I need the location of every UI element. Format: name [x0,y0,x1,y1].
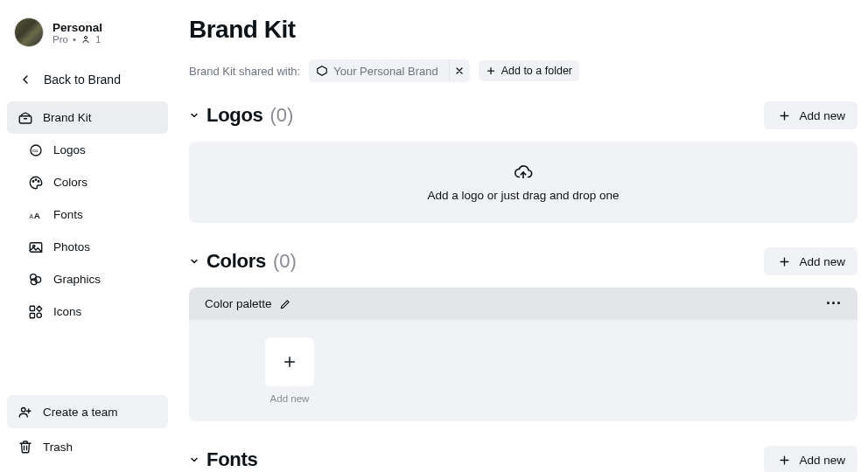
section-logos: Logos (0) Add new Add a logo or just dra… [189,101,858,223]
svg-point-10 [33,245,35,246]
palette-title: Color palette [205,297,272,310]
team-icon [18,404,33,420]
fonts-icon: AA [28,207,44,223]
share-row: Brand Kit shared with: Your Personal Bra… [189,59,858,82]
section-title-fonts: Fonts [206,448,257,471]
add-color-button[interactable]: Add new [764,247,858,275]
avatar [14,17,44,47]
create-team-button[interactable]: Create a team [7,395,168,428]
section-toggle-logos[interactable]: Logos (0) [189,104,293,127]
svg-text:co.: co. [32,148,39,153]
colors-icon [28,175,44,191]
add-color-tile-label: Add new [270,393,310,404]
brand-chip-icon [316,65,328,77]
sidebar-item-label: Photos [53,240,90,253]
shared-chip[interactable]: Your Personal Brand [309,59,470,82]
add-font-label: Add new [799,454,845,467]
svg-rect-14 [30,306,34,310]
section-toggle-colors[interactable]: Colors (0) [189,250,297,273]
dropzone-text: Add a logo or just drag and drop one [427,189,619,202]
brand-kit-icon [18,110,33,126]
add-color-label: Add new [799,255,845,268]
svg-marker-18 [318,66,327,76]
svg-point-17 [22,408,26,413]
trash-label: Trash [43,441,73,454]
add-color-tile[interactable] [265,337,314,386]
svg-point-16 [37,313,41,317]
section-toggle-fonts[interactable]: Fonts [189,448,257,471]
profile-sub: Pro • 1 [52,34,102,45]
upload-cloud-icon [514,163,533,182]
sidebar-item-label: Fonts [53,208,83,221]
plus-icon [776,452,792,468]
svg-rect-15 [30,313,34,317]
edit-icon[interactable] [279,298,291,310]
add-font-button[interactable]: Add new [764,446,858,472]
section-count-colors: (0) [273,250,297,273]
chevron-left-icon [18,72,33,87]
profile-block[interactable]: Personal Pro • 1 [7,9,168,63]
shared-with-label: Brand Kit shared with: [189,65,300,78]
add-folder-button[interactable]: Add to a folder [479,60,579,81]
icons-icon [28,304,44,320]
sidebar-item-brand-kit[interactable]: Brand Kit [7,101,168,134]
back-label: Back to Brand [44,73,121,87]
sidebar-item-label: Brand Kit [43,111,92,124]
trash-button[interactable]: Trash [7,430,168,463]
add-logo-label: Add new [799,109,845,122]
add-color-tile-wrap: Add new [250,337,329,404]
sidebar-item-label: Icons [53,305,81,318]
shared-chip-label: Your Personal Brand [333,65,438,78]
svg-point-4 [32,180,34,182]
remove-share-button[interactable] [449,59,470,82]
back-to-brand[interactable]: Back to Brand [7,63,168,96]
profile-text: Personal Pro • 1 [52,21,102,45]
sidebar-item-photos[interactable]: Photos [7,231,168,263]
svg-text:A: A [30,212,34,219]
section-title-logos: Logos [206,104,263,127]
profile-members: 1 [95,34,101,45]
svg-text:A: A [34,210,40,219]
palette-title-wrap[interactable]: Color palette [205,297,291,310]
section-fonts: Fonts Add new [189,446,858,472]
sidebar-item-colors[interactable]: Colors [7,166,168,198]
main-content: Brand Kit Brand Kit shared with: Your Pe… [175,0,868,472]
sidebar-item-label: Logos [53,143,86,156]
sidebar-item-logos[interactable]: co. Logos [7,134,168,166]
chevron-down-icon [189,110,200,121]
sidebar-item-fonts[interactable]: AA Fonts [7,198,168,231]
create-team-label: Create a team [43,406,118,419]
svg-point-0 [84,36,87,38]
profile-plan: Pro [52,34,68,45]
photos-icon [28,239,44,255]
palette-card: Color palette ··· Add new [189,288,858,421]
logo-dropzone[interactable]: Add a logo or just drag and drop one [189,142,858,223]
palette-body: Add new [189,320,858,421]
sidebar-bottom: Create a team Trash [7,395,168,463]
palette-more-button[interactable]: ··· [826,295,842,313]
plus-icon [776,108,792,123]
plus-icon [776,253,792,269]
svg-point-6 [38,180,39,182]
sidebar-item-label: Graphics [53,273,101,286]
nav-list: Brand Kit co. Logos Colors AA Fonts Phot… [7,101,168,328]
sidebar: Personal Pro • 1 Back to Brand Brand Kit [0,0,175,472]
palette-header: Color palette ··· [189,288,858,320]
section-colors: Colors (0) Add new Color palette ··· [189,247,858,421]
page-title: Brand Kit [189,16,858,44]
chevron-down-icon [189,256,200,267]
add-folder-label: Add to a folder [501,65,572,77]
section-title-colors: Colors [206,250,266,273]
trash-icon [18,439,33,455]
plus-icon [486,66,496,76]
members-icon [80,34,91,45]
add-logo-button[interactable]: Add new [764,101,858,129]
svg-point-5 [35,178,37,180]
svg-rect-1 [19,115,32,122]
graphics-icon [28,272,44,288]
section-count-logos: (0) [270,104,294,127]
sidebar-item-graphics[interactable]: Graphics [7,263,168,295]
sidebar-item-label: Colors [53,176,88,189]
chevron-down-icon [189,455,200,465]
sidebar-item-icons[interactable]: Icons [7,295,168,328]
